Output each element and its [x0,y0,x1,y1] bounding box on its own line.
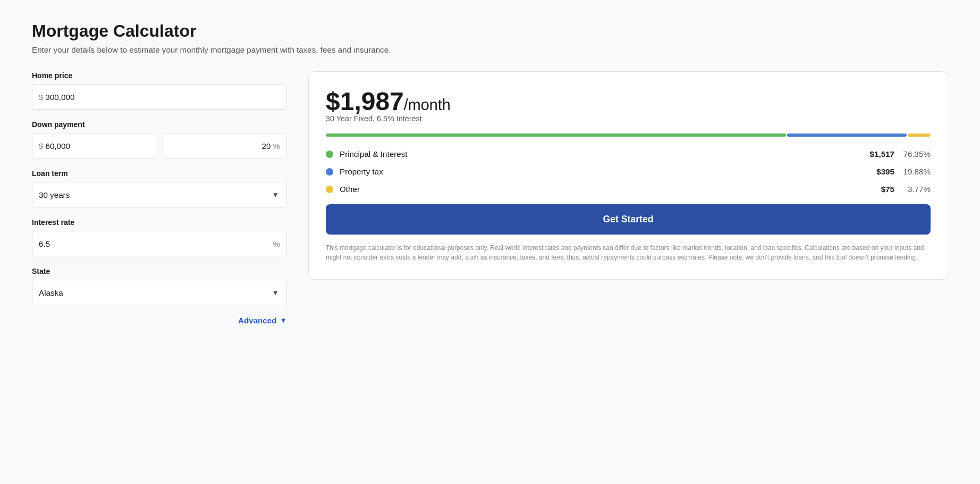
monthly-payment-amount: $1,987/month [326,87,451,115]
principal-amount: $1,517 [865,149,894,158]
form-section: Home price $ Down payment $ % Loa [32,71,287,325]
down-payment-percent-input[interactable] [170,141,271,151]
monthly-payment-display: $1,987/month [326,89,931,114]
interest-rate-group: Interest rate % [32,218,287,256]
tax-dot [326,168,333,176]
breakdown-progress-bar [326,133,931,137]
tax-amount: $395 [865,167,894,176]
home-price-prefix: $ [39,93,43,102]
down-payment-prefix: $ [39,141,43,151]
tax-percent: 19.88% [903,167,931,176]
down-payment-amount-wrapper: $ [32,133,156,158]
principal-dot [326,151,333,158]
get-started-button[interactable]: Get Started [326,204,931,235]
loan-term-select-wrapper: 30 years 20 years 15 years 10 years ▼ [32,182,287,207]
down-payment-row: $ % [32,133,287,158]
interest-rate-input[interactable] [39,239,271,248]
interest-rate-input-wrapper: % [32,231,287,256]
loan-term-label: Loan term [32,169,287,178]
monthly-payment-unit: /month [404,96,451,113]
home-price-group: Home price $ [32,71,287,110]
advanced-label[interactable]: Advanced [238,316,277,325]
home-price-label: Home price [32,71,287,80]
home-price-input-wrapper: $ [32,84,287,110]
down-payment-input[interactable] [45,141,149,151]
progress-tax [787,133,907,137]
breakdown-row-other: Other $75 3.77% [326,185,931,194]
main-layout: Home price $ Down payment $ % Loa [32,71,948,325]
down-payment-label: Down payment [32,120,287,129]
loan-term-select[interactable]: 30 years 20 years 15 years 10 years [32,190,286,199]
down-payment-percent-wrapper: % [163,133,287,158]
state-select-wrapper: Alaska Alabama Arizona Arkansas Californ… [32,280,287,305]
other-label: Other [340,185,865,194]
page-subtitle: Enter your details below to estimate you… [32,45,948,54]
home-price-input[interactable] [45,93,280,102]
down-payment-percent-suffix: % [273,141,280,151]
other-dot [326,186,333,193]
results-card: $1,987/month 30 Year Fixed, 6.5% Interes… [308,71,948,280]
advanced-chevron-icon: ▼ [280,316,287,324]
other-percent: 3.77% [903,185,931,194]
other-amount: $75 [865,185,894,194]
state-select[interactable]: Alaska Alabama Arizona Arkansas Californ… [32,288,286,297]
progress-other [908,133,931,137]
state-label: State [32,267,287,276]
breakdown-row-tax: Property tax $395 19.88% [326,167,931,176]
interest-rate-suffix: % [273,239,280,248]
loan-term-group: Loan term 30 years 20 years 15 years 10 … [32,169,287,207]
principal-label: Principal & Interest [340,149,865,158]
principal-percent: 76.35% [903,149,931,158]
breakdown-row-principal: Principal & Interest $1,517 76.35% [326,149,931,158]
state-group: State Alaska Alabama Arizona Arkansas Ca… [32,267,287,305]
page-title: Mortgage Calculator [32,21,948,41]
progress-principal [326,133,786,137]
loan-summary: 30 Year Fixed, 6.5% Interest [326,114,931,123]
tax-label: Property tax [340,167,865,176]
down-payment-group: Down payment $ % [32,120,287,158]
interest-rate-label: Interest rate [32,218,287,227]
advanced-link[interactable]: Advanced ▼ [32,316,287,325]
disclaimer: This mortgage calculator is for educatio… [326,243,931,262]
